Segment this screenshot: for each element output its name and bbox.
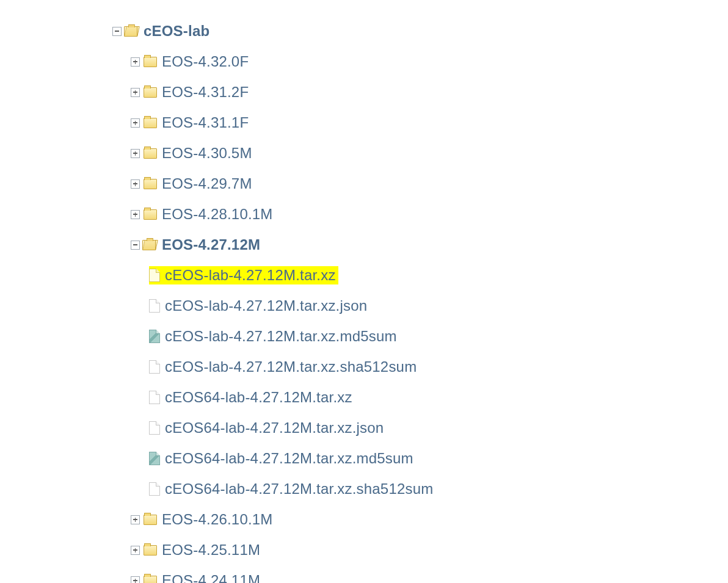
file-icon [149, 421, 160, 435]
tree-file[interactable]: cEOS-lab-4.27.12M.tar.xz [112, 260, 728, 291]
folder-closed-icon [144, 118, 157, 128]
tree-file-label: cEOS-lab-4.27.12M.tar.xz.sha512sum [165, 358, 417, 375]
tree-folder-collapsed[interactable]: EOS-4.30.5M [112, 138, 728, 168]
tree-file-label: cEOS64-lab-4.27.12M.tar.xz.md5sum [165, 450, 413, 467]
tree-folder-collapsed[interactable]: EOS-4.24.11M [112, 565, 728, 583]
tree-file[interactable]: cEOS-lab-4.27.12M.tar.xz.md5sum [112, 321, 728, 352]
tree-folder-label: EOS-4.26.10.1M [162, 511, 273, 528]
expand-icon[interactable] [131, 576, 140, 584]
tree-file[interactable]: cEOS64-lab-4.27.12M.tar.xz [112, 382, 728, 413]
tree-folder-label: EOS-4.27.12M [162, 236, 260, 253]
tree-root-label: cEOS-lab [144, 23, 209, 40]
tree-file-label: cEOS-lab-4.27.12M.tar.xz.md5sum [165, 328, 397, 345]
expand-icon[interactable] [131, 149, 140, 158]
folder-open-icon [142, 240, 158, 250]
folder-closed-icon [144, 515, 157, 525]
file-tree: cEOS-lab EOS-4.32.0FEOS-4.31.2FEOS-4.31.… [0, 0, 728, 583]
tree-file[interactable]: cEOS-lab-4.27.12M.tar.xz.sha512sum [112, 352, 728, 382]
image-file-icon [149, 330, 160, 343]
tree-file-label: cEOS64-lab-4.27.12M.tar.xz.sha512sum [165, 480, 433, 498]
folder-closed-icon [144, 576, 157, 584]
tree-folder-collapsed[interactable]: EOS-4.28.10.1M [112, 199, 728, 230]
tree-file-label: cEOS64-lab-4.27.12M.tar.xz.json [165, 419, 384, 436]
file-icon [149, 391, 160, 404]
folder-closed-icon [144, 87, 157, 98]
expand-icon[interactable] [131, 546, 140, 555]
collapse-icon[interactable] [131, 241, 140, 250]
tree-folder-label: EOS-4.30.5M [162, 145, 252, 162]
expand-icon[interactable] [131, 118, 140, 128]
collapse-icon[interactable] [112, 27, 122, 36]
folder-closed-icon [144, 179, 157, 189]
tree-file-label: cEOS-lab-4.27.12M.tar.xz.json [165, 297, 367, 314]
tree-file[interactable]: cEOS64-lab-4.27.12M.tar.xz.md5sum [112, 443, 728, 474]
highlighted-file: cEOS-lab-4.27.12M.tar.xz [149, 266, 338, 284]
tree-file[interactable]: cEOS64-lab-4.27.12M.tar.xz.sha512sum [112, 474, 728, 504]
tree-folder-label: EOS-4.32.0F [162, 53, 249, 70]
tree-folder-collapsed[interactable]: EOS-4.25.11M [112, 535, 728, 565]
tree-folder-open[interactable]: EOS-4.27.12M [112, 230, 728, 260]
tree-folder-collapsed[interactable]: EOS-4.32.0F [112, 46, 728, 77]
file-icon [149, 299, 160, 313]
tree-folder-collapsed[interactable]: EOS-4.29.7M [112, 168, 728, 199]
tree-folder-label: EOS-4.28.10.1M [162, 206, 273, 223]
expand-icon[interactable] [131, 210, 140, 219]
expand-icon[interactable] [131, 88, 140, 97]
folder-open-icon [124, 26, 140, 37]
tree-file[interactable]: cEOS-lab-4.27.12M.tar.xz.json [112, 291, 728, 321]
tree-folder-label: EOS-4.31.1F [162, 114, 249, 131]
tree-folder-label: EOS-4.25.11M [162, 541, 260, 559]
folder-closed-icon [144, 545, 157, 556]
expand-icon[interactable] [131, 179, 140, 189]
file-icon [149, 269, 160, 282]
file-icon [149, 360, 160, 374]
tree-folder-collapsed[interactable]: EOS-4.26.10.1M [112, 504, 728, 535]
folder-closed-icon [144, 57, 157, 67]
expand-icon[interactable] [131, 515, 140, 524]
tree-folder-label: EOS-4.31.2F [162, 84, 249, 101]
tree-file-label: cEOS-lab-4.27.12M.tar.xz [165, 267, 336, 284]
image-file-icon [149, 452, 160, 465]
file-icon [149, 482, 160, 496]
folder-closed-icon [144, 209, 157, 220]
tree-root-node[interactable]: cEOS-lab [112, 16, 728, 46]
tree-file[interactable]: cEOS64-lab-4.27.12M.tar.xz.json [112, 413, 728, 443]
tree-folder-collapsed[interactable]: EOS-4.31.1F [112, 107, 728, 138]
tree-folder-label: EOS-4.24.11M [162, 572, 260, 583]
tree-folder-collapsed[interactable]: EOS-4.31.2F [112, 77, 728, 107]
folder-closed-icon [144, 148, 157, 159]
tree-folder-label: EOS-4.29.7M [162, 175, 252, 192]
expand-icon[interactable] [131, 57, 140, 67]
tree-file-label: cEOS64-lab-4.27.12M.tar.xz [165, 389, 352, 406]
